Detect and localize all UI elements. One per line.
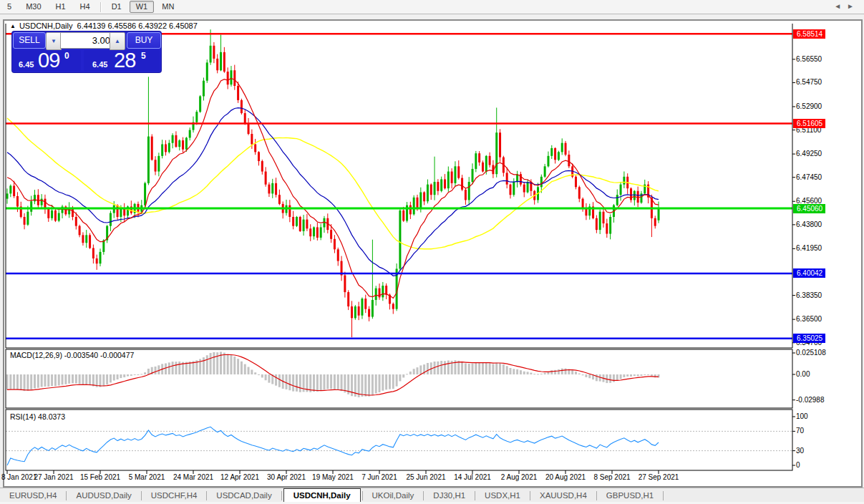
macd-histogram-bar	[275, 374, 277, 386]
candle-body	[330, 230, 332, 239]
macd-histogram-bar	[406, 374, 408, 374]
timeframe-button-w1[interactable]: W1	[130, 1, 155, 13]
macd-histogram-bar	[34, 374, 36, 389]
volume-decrease-button[interactable]: ▼	[46, 32, 62, 50]
macd-histogram-bar	[503, 364, 505, 374]
macd-histogram-bar	[254, 372, 256, 374]
candle-body	[306, 220, 308, 229]
candle-body	[275, 183, 277, 195]
candle-body	[457, 166, 460, 178]
date-axis-label: 19 May 2021	[310, 473, 356, 482]
chart-tab-usdcad-daily[interactable]: USDCAD,Daily	[207, 489, 281, 502]
macd-histogram-bar	[288, 374, 291, 390]
macd-histogram-bar	[478, 362, 480, 374]
chart-canvas[interactable]	[0, 20, 864, 484]
candle-body	[602, 212, 604, 223]
candle-body	[561, 143, 563, 152]
chart-tab-usdchf-h4[interactable]: USDCHF,H4	[142, 489, 207, 502]
candle-body	[540, 177, 543, 187]
macd-histogram-bar	[626, 374, 628, 377]
price-axis-label: 6.47450	[796, 173, 822, 182]
candle-body	[254, 145, 256, 152]
candle-body	[89, 235, 91, 248]
chart-tab-gbpusd-h1[interactable]: GBPUSD,H1	[597, 489, 663, 502]
candle-body	[92, 248, 94, 258]
timeframe-button-mn[interactable]: MN	[155, 1, 180, 13]
volume-increase-button[interactable]: ▲	[110, 32, 125, 50]
price-axis-label: 6.41950	[796, 244, 822, 253]
macd-histogram-bar	[651, 374, 653, 377]
macd-histogram-bar	[409, 372, 412, 374]
candle-body	[79, 226, 81, 236]
date-axis-label: 20 Aug 2021	[543, 473, 588, 482]
macd-histogram-bar	[344, 374, 346, 392]
chart-tab-audusd-daily[interactable]: AUDUSD,Daily	[67, 489, 140, 502]
collapse-panel-icon[interactable]: ▲	[10, 23, 16, 29]
price-axis-label: 6.52900	[796, 102, 822, 111]
timeframe-button-d1[interactable]: D1	[105, 1, 128, 13]
candle-body	[454, 166, 456, 183]
candle-body	[223, 52, 225, 72]
candle-body	[575, 177, 577, 187]
buy-button[interactable]: BUY	[127, 32, 161, 49]
candle-body	[634, 191, 636, 200]
candle-body	[468, 182, 470, 200]
candle-body	[24, 217, 26, 225]
volume-input[interactable]: 3.00	[60, 32, 115, 49]
candle-body	[161, 145, 163, 156]
timeframe-button-5[interactable]: 5	[1, 1, 18, 13]
tabs-scroll-left-icon[interactable]: ◄	[834, 2, 847, 10]
macd-histogram-bar	[237, 359, 239, 374]
toolbar-separator	[100, 2, 102, 12]
candle-body	[354, 306, 356, 318]
chart-tab-eurusd-h4[interactable]: EURUSD,H4	[0, 489, 66, 502]
candle-body	[472, 169, 474, 182]
macd-histogram-bar	[233, 357, 236, 374]
candle-body	[565, 143, 567, 155]
date-axis-label: 12 Apr 2021	[217, 473, 263, 482]
candle-body	[182, 140, 184, 150]
macd-histogram-bar	[616, 374, 618, 381]
buy-price-display[interactable]: 6.45 28 5	[84, 50, 160, 71]
timeframe-button-m30[interactable]: M30	[19, 1, 47, 13]
candle-body	[268, 185, 270, 194]
chart-tab-dj30-h1[interactable]: DJ30,H1	[424, 489, 475, 502]
macd-histogram-bar	[482, 363, 484, 374]
macd-histogram-bar	[89, 374, 91, 385]
timeframe-button-h1[interactable]: H1	[49, 1, 72, 13]
macd-signal-line	[7, 354, 659, 395]
chart-tab-ukoil-daily[interactable]: UKOil,Daily	[363, 489, 424, 502]
sell-button[interactable]: SELL	[13, 32, 46, 49]
candle-body	[299, 217, 301, 231]
candle-body	[41, 199, 43, 205]
sell-price-big: 09	[38, 49, 59, 72]
macd-histogram-bar	[575, 372, 577, 374]
chart-tab-bar: EURUSD,H4AUDUSD,DailyUSDCHF,H4USDCAD,Dai…	[0, 488, 864, 503]
macd-histogram-bar	[41, 374, 43, 387]
candle-body	[609, 217, 611, 234]
macd-label: MACD(12,26,9) -0.003540 -0.000477	[10, 351, 134, 359]
candle-body	[233, 70, 236, 86]
sell-price-display[interactable]: 6.45 09 0	[13, 50, 81, 71]
candle-body	[157, 156, 160, 172]
price-axis-label: 6.38350	[796, 291, 822, 300]
tabs-scroll-right-icon[interactable]: ►	[847, 2, 860, 10]
chart-tab-usdx-h1[interactable]: USDX,H1	[475, 489, 530, 502]
candle-body	[444, 179, 446, 188]
chart-tab-xauusd-h4[interactable]: XAUUSD,H4	[530, 489, 596, 502]
candle-body	[195, 112, 198, 122]
macd-histogram-bar	[419, 365, 422, 374]
macd-histogram-bar	[165, 364, 167, 374]
candle-body	[210, 46, 212, 63]
macd-histogram-bar	[140, 374, 142, 374]
candle-body	[265, 172, 267, 185]
candle-body	[26, 212, 29, 225]
candle-body	[334, 239, 336, 249]
chart-tab-usdcnh-daily[interactable]: USDCNH,Daily	[283, 488, 361, 503]
timeframe-button-h4[interactable]: H4	[74, 1, 97, 13]
ma-mid-line	[7, 108, 659, 276]
candle-body	[175, 135, 177, 147]
candle-body	[278, 195, 281, 204]
macd-histogram-bar	[368, 374, 370, 397]
candle-body	[554, 148, 556, 160]
